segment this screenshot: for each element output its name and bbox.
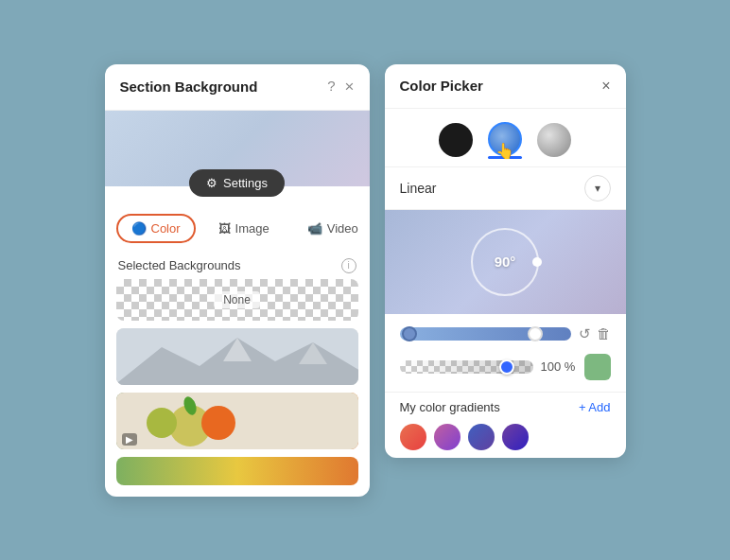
angle-label: 90° [495,254,516,270]
color-type-linear[interactable]: 👆 [488,122,522,159]
opacity-thumb[interactable] [499,359,514,375]
gradient-actions: ↺ 🗑 [579,325,611,342]
bg-item-fruit[interactable]: ▶ [116,393,358,449]
color-icon: 🔵 [131,221,147,236]
section-background-panel: Section Background ? × ⚙ Settings 🔵 Colo… [105,64,370,497]
my-gradients-header: My color gradients + Add [400,400,611,414]
gradient-thumb-left[interactable] [402,326,417,341]
angle-dot [532,257,542,267]
cp-my-gradients: My color gradients + Add [385,392,626,458]
color-type-radial[interactable] [537,123,571,157]
image-icon: 🖼 [218,221,231,236]
settings-button[interactable]: ⚙ Settings [189,169,285,197]
cursor-icon: 👆 [495,142,514,160]
add-gradient-button[interactable]: + Add [579,400,611,414]
cp-color-type-row: 👆 [385,109,626,166]
panel-header-icons: ? × [327,78,354,96]
cp-header: Color Picker × [385,64,626,109]
info-icon[interactable]: i [341,258,356,273]
gradient-thumb-right[interactable] [528,326,543,341]
bg-item-gradient[interactable] [116,457,358,485]
cp-gradient-row: ↺ 🗑 [385,314,626,348]
tab-color[interactable]: 🔵 Color [116,214,196,243]
my-gradients-label: My color gradients [400,400,500,414]
color-swatch-box[interactable] [584,354,611,380]
color-type-solid[interactable] [439,123,473,157]
panel-header: Section Background ? × [105,64,370,111]
gradient-type-label: Linear [400,181,437,196]
gradient-type-dropdown[interactable]: ▾ [584,175,611,201]
cp-close-button[interactable]: × [601,78,610,95]
linear-color-circle[interactable]: 👆 [488,122,522,156]
bg-item-none[interactable]: None [116,279,358,321]
tab-bar: 🔵 Color 🖼 Image 📹 Video [105,206,370,251]
svg-point-7 [147,408,177,438]
video-icon: 📹 [307,221,322,236]
opacity-bar[interactable] [400,360,533,374]
color-picker-panel: Color Picker × 👆 Linear ▾ 90° [385,64,626,458]
gradient-swatch-1[interactable] [400,424,426,450]
help-icon[interactable]: ? [327,78,335,96]
cp-title: Color Picker [400,78,483,94]
gradient-swatch-3[interactable] [468,424,495,450]
cp-opacity-row: 100 % [385,348,626,392]
section-label: Selected Backgrounds i [105,251,370,279]
tab-video[interactable]: 📹 Video [292,214,370,243]
refresh-icon[interactable]: ↺ [579,325,591,342]
gradient-swatch-2[interactable] [434,424,461,450]
panel-title: Section Background [120,79,258,95]
gradient-bar[interactable] [400,327,571,341]
video-badge: ▶ [122,433,137,446]
background-list: None ▶ [105,279,370,497]
cp-linear-row: Linear ▾ [385,166,626,210]
solid-color-circle[interactable] [439,123,473,157]
settings-btn-container: ⚙ Settings [105,169,370,197]
cp-angle-area[interactable]: 90° [385,210,626,314]
gear-icon: ⚙ [206,176,217,190]
svg-point-6 [201,406,235,440]
bg-item-mountain[interactable] [116,328,358,385]
opacity-value: 100 % [541,359,577,374]
close-icon[interactable]: × [345,78,355,96]
radial-color-circle[interactable] [537,123,571,157]
gradient-swatch-4[interactable] [502,424,529,450]
delete-icon[interactable]: 🗑 [597,325,611,342]
tab-image[interactable]: 🖼 Image [203,214,285,243]
angle-circle[interactable]: 90° [471,228,539,296]
gradient-swatches [400,424,611,450]
